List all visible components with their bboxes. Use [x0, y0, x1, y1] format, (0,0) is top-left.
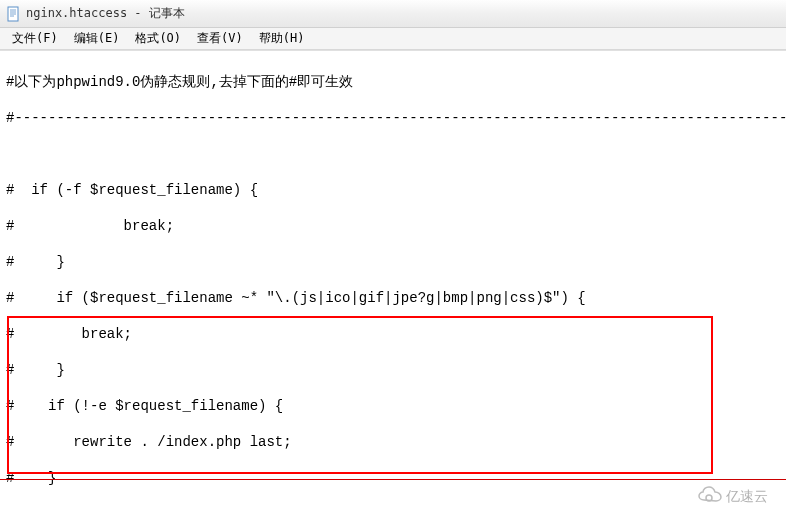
code-line: # break;	[6, 325, 780, 343]
code-line	[6, 145, 780, 163]
code-line: # if ($request_filename ~* "\.(js|ico|gi…	[6, 289, 780, 307]
code-line: #---------------------------------------…	[6, 109, 780, 127]
code-line	[6, 505, 780, 514]
code-line: # if (!-e $request_filename) {	[6, 397, 780, 415]
cloud-icon	[698, 486, 722, 508]
code-line: # rewrite . /index.php last;	[6, 433, 780, 451]
menu-edit[interactable]: 编辑(E)	[66, 28, 128, 49]
code-line: # }	[6, 361, 780, 379]
menu-bar: 文件(F) 编辑(E) 格式(O) 查看(V) 帮助(H)	[0, 28, 786, 50]
menu-format[interactable]: 格式(O)	[127, 28, 189, 49]
menu-view[interactable]: 查看(V)	[189, 28, 251, 49]
watermark-text: 亿速云	[726, 488, 768, 506]
code-line: # break;	[6, 217, 780, 235]
code-line: # if (-f $request_filename) {	[6, 181, 780, 199]
code-line: # }	[6, 469, 780, 487]
menu-file[interactable]: 文件(F)	[4, 28, 66, 49]
menu-help[interactable]: 帮助(H)	[251, 28, 313, 49]
text-editor-area[interactable]: #以下为phpwind9.0伪静态规则,去掉下面的#即可生效 #--------…	[0, 50, 786, 514]
separator-line	[0, 479, 786, 480]
notepad-icon	[6, 6, 22, 22]
window-title: nginx.htaccess - 记事本	[26, 5, 185, 22]
code-line: #以下为phpwind9.0伪静态规则,去掉下面的#即可生效	[6, 73, 780, 91]
title-bar: nginx.htaccess - 记事本	[0, 0, 786, 28]
code-line: # }	[6, 253, 780, 271]
watermark: 亿速云	[698, 486, 768, 508]
